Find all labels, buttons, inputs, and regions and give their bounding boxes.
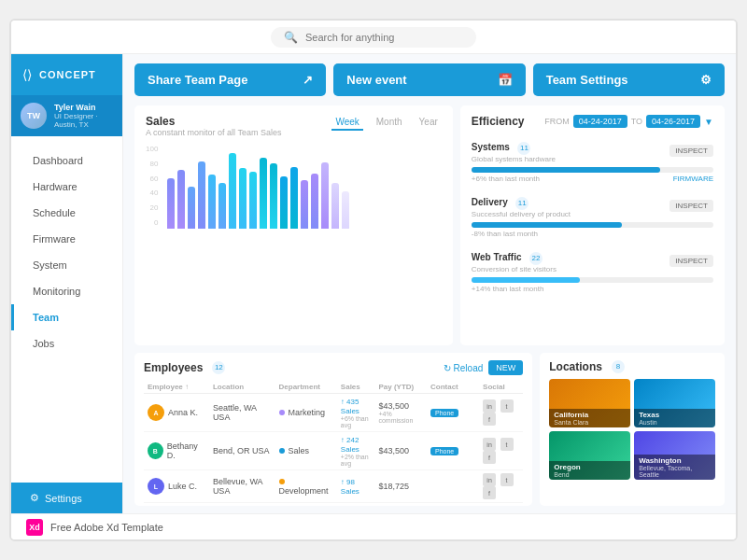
table-row: B Bethany D. Bend, OR USA Sales ↑ 242 Sa… [144, 432, 523, 470]
location-thumbnail[interactable]: Washington Bellevue, Tacoma, Seattle [634, 431, 715, 480]
sidebar-item-hardware[interactable]: Hardware [11, 174, 122, 200]
eff-item-subtitle: Conversion of site visitors [472, 265, 557, 273]
chart-bar [167, 178, 175, 229]
phone-button[interactable]: Phone [430, 447, 458, 455]
phone-button[interactable]: Phone [430, 409, 458, 417]
location-thumbnail[interactable]: Texas Austin [634, 379, 715, 427]
tab-week[interactable]: Week [331, 115, 362, 131]
search-icon: 🔍 [284, 31, 298, 44]
col-location: Location [209, 381, 275, 394]
sidebar-item-dashboard[interactable]: Dashboard [11, 147, 122, 174]
dept-dot [279, 448, 285, 454]
sidebar-item-team[interactable]: Team [11, 304, 122, 330]
eff-badge: 22 [529, 252, 543, 265]
emp-social: in t f [479, 394, 523, 432]
emp-location: Bellevue, WA USA [209, 470, 275, 503]
efficiency-item: Delivery 11 Successful delivery of produ… [472, 192, 713, 238]
emp-pay: $18,725 [374, 470, 427, 503]
linkedin-icon[interactable]: in [483, 399, 496, 413]
emp-contact [427, 503, 479, 507]
loc-label: Texas Austin [634, 409, 715, 427]
sidebar-item-firmware[interactable]: Firmware [11, 226, 122, 252]
top-bar: 🔍 [11, 21, 736, 54]
emp-social: in t f [479, 470, 523, 503]
facebook-icon[interactable]: f [483, 413, 496, 426]
twitter-icon[interactable]: t [500, 473, 514, 486]
chart-bar [188, 187, 195, 229]
settings-button[interactable]: ⚙ Settings [11, 483, 122, 513]
pay-sub: +4% commission [378, 411, 423, 424]
locations-panel: Locations 8 California Santa Clara Texas… [540, 353, 725, 506]
col-department: Department [275, 381, 337, 394]
eff-bar-bg [472, 277, 713, 283]
locations-grid: California Santa Clara Texas Austin Oreg… [549, 379, 715, 480]
location-thumbnail[interactable]: California Santa Clara [549, 379, 630, 427]
card-label: Team Settings [546, 73, 628, 87]
sidebar-item-jobs[interactable]: Jobs [11, 330, 122, 357]
avatar: L [148, 478, 164, 495]
twitter-icon[interactable]: t [500, 438, 514, 451]
settings-icon: ⚙ [30, 492, 39, 504]
eff-meta: -8% than last month [472, 230, 713, 238]
emp-sales: ↑ 310 Sales +1% than avg [337, 503, 375, 507]
eff-bar-bg [472, 167, 713, 173]
to-date[interactable]: 04-26-2017 [646, 115, 700, 128]
sidebar-item-schedule[interactable]: Schedule [11, 200, 122, 226]
chart-bar [321, 162, 329, 229]
twitter-icon[interactable]: t [500, 399, 514, 413]
card-label: Share Team Page [148, 73, 247, 87]
linkedin-icon[interactable]: in [483, 473, 496, 486]
sidebar-item-system[interactable]: System [11, 252, 122, 278]
avatar: TW [21, 103, 47, 129]
eff-item-title: Delivery [472, 197, 508, 207]
eff-label: FIRMWARE [673, 175, 713, 183]
linkedin-icon[interactable]: in [483, 438, 496, 451]
main-layout: ⟨⟩ CONCEPT TW Tyler Wain UI Designer · A… [11, 54, 736, 513]
sidebar-item-monitoring[interactable]: Monitoring [11, 278, 122, 304]
to-label: TO [631, 117, 642, 126]
user-info: Tyler Wain UI Designer · Austin, TX [54, 103, 113, 129]
tab-year[interactable]: Year [416, 115, 442, 131]
search-input[interactable] [305, 32, 463, 43]
sidebar-logo: ⟨⟩ CONCEPT [11, 54, 122, 95]
col-social: Social [479, 381, 523, 394]
emp-name-cell: A Anna K. [144, 394, 209, 432]
eff-badge: 11 [517, 142, 530, 155]
emp-sales: ↑ 98 Sales [337, 470, 375, 503]
inspect-button[interactable]: INSPECT [669, 255, 713, 267]
app-frame: 🔍 ⟨⟩ CONCEPT TW Tyler Wain UI Designer ·… [9, 19, 738, 541]
chart-bar [239, 168, 247, 229]
sidebar-user: TW Tyler Wain UI Designer · Austin, TX [11, 95, 122, 136]
share-team-page-card[interactable]: Share Team Page ↗ [134, 63, 326, 96]
from-label: FROM [544, 117, 570, 126]
from-date[interactable]: 04-24-2017 [573, 115, 627, 128]
emp-dept: Sales [275, 503, 337, 507]
settings-label: Settings [45, 493, 82, 504]
tab-month[interactable]: Month [373, 115, 406, 131]
eff-bar-bg [472, 222, 713, 228]
avatar: A [148, 404, 164, 421]
footer: Xd Free Adobe Xd Template [11, 513, 736, 539]
search-box[interactable]: 🔍 [271, 27, 476, 48]
new-event-card[interactable]: New event 📅 [333, 63, 525, 96]
main-content: Share Team Page ↗ New event 📅 Team Setti… [123, 54, 736, 513]
eff-item-subtitle: Successful delivery of product [472, 210, 571, 218]
emp-dept: Sales [275, 432, 337, 470]
new-employee-button[interactable]: NEW [488, 360, 523, 375]
chevron-down-icon[interactable]: ▼ [704, 117, 713, 127]
facebook-icon[interactable]: f [483, 451, 496, 464]
chart-bar [331, 183, 339, 229]
team-settings-card[interactable]: Team Settings ⚙ [533, 63, 725, 96]
inspect-button[interactable]: INSPECT [669, 145, 713, 157]
chart-bar [290, 167, 298, 229]
location-thumbnail[interactable]: Oregon Bend [549, 431, 630, 480]
reload-button[interactable]: ↻ Reload [444, 363, 483, 373]
table-row: S Stephen O. Santa Clara, CA USA Sales ↑… [144, 503, 523, 507]
employees-panel: Employees 12 ↻ Reload NEW Employee ↑ [134, 353, 532, 506]
dept-dot [279, 410, 285, 415]
locations-count: 8 [612, 360, 625, 373]
facebook-icon[interactable]: f [483, 486, 496, 499]
emp-name-cell: B Bethany D. [144, 432, 209, 470]
sidebar: ⟨⟩ CONCEPT TW Tyler Wain UI Designer · A… [11, 54, 123, 513]
inspect-button[interactable]: INSPECT [669, 200, 713, 212]
